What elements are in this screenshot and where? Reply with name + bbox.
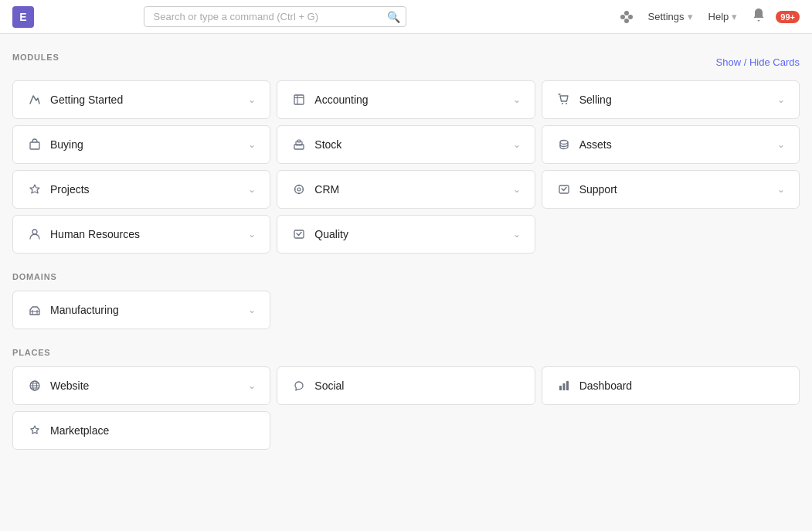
assets-label: Assets bbox=[579, 138, 612, 151]
human-resources-chevron-icon: ⌄ bbox=[248, 229, 256, 240]
manufacturing-icon bbox=[27, 304, 42, 316]
notification-button[interactable] bbox=[748, 4, 770, 29]
accounting-label: Accounting bbox=[314, 94, 368, 106]
domain-card-manufacturing[interactable]: Manufacturing ⌄ bbox=[12, 291, 270, 329]
manufacturing-chevron-icon: ⌄ bbox=[248, 305, 256, 315]
app-icon[interactable]: E bbox=[12, 6, 34, 28]
module-card-selling[interactable]: Selling ⌄ bbox=[542, 80, 800, 119]
accounting-chevron-icon: ⌄ bbox=[513, 94, 521, 105]
getting-started-icon bbox=[27, 94, 42, 106]
svg-point-16 bbox=[297, 188, 301, 191]
dashboard-icon bbox=[556, 380, 572, 392]
selling-icon bbox=[556, 94, 572, 106]
human-resources-icon bbox=[27, 228, 42, 240]
stock-chevron-icon: ⌄ bbox=[513, 139, 521, 150]
svg-point-15 bbox=[295, 186, 304, 194]
module-card-human-resources[interactable]: Human Resources ⌄ bbox=[12, 215, 270, 254]
website-chevron-icon: ⌄ bbox=[248, 380, 256, 391]
module-card-crm[interactable]: CRM ⌄ bbox=[277, 170, 535, 209]
search-input[interactable] bbox=[144, 6, 406, 27]
nav-right: Settings ▾ Help ▾ 99+ bbox=[616, 4, 800, 29]
search-icon[interactable]: 🔍 bbox=[387, 11, 400, 23]
help-button[interactable]: Help ▾ bbox=[704, 8, 742, 26]
website-label: Website bbox=[50, 380, 89, 392]
dashboard-label: Dashboard bbox=[579, 380, 633, 392]
module-card-projects[interactable]: Projects ⌄ bbox=[12, 170, 270, 209]
module-card-assets[interactable]: Assets ⌄ bbox=[542, 125, 800, 164]
help-chevron-icon: ▾ bbox=[732, 11, 737, 22]
settings-chevron-icon: ▾ bbox=[688, 11, 693, 22]
place-card-website[interactable]: Website ⌄ bbox=[12, 366, 270, 405]
place-card-social[interactable]: Social bbox=[277, 366, 535, 405]
svg-point-2 bbox=[628, 15, 633, 19]
crm-label: CRM bbox=[314, 183, 339, 196]
svg-rect-33 bbox=[562, 383, 565, 390]
stock-icon bbox=[291, 138, 307, 151]
settings-button[interactable]: Settings ▾ bbox=[644, 8, 698, 26]
buying-icon bbox=[27, 138, 42, 151]
crm-chevron-icon: ⌄ bbox=[513, 184, 521, 195]
buying-label: Buying bbox=[50, 138, 83, 151]
stock-label: Stock bbox=[314, 138, 341, 151]
place-card-marketplace[interactable]: Marketplace bbox=[12, 411, 270, 450]
module-card-stock[interactable]: Stock ⌄ bbox=[277, 125, 535, 164]
projects-icon bbox=[27, 183, 42, 196]
svg-point-3 bbox=[624, 19, 629, 23]
svg-rect-34 bbox=[566, 381, 569, 390]
search-bar: 🔍 bbox=[144, 6, 406, 27]
module-card-accounting[interactable]: Accounting ⌄ bbox=[277, 80, 535, 119]
main-content: MODULES Show / Hide Cards Getting Starte… bbox=[0, 34, 812, 468]
getting-started-label: Getting Started bbox=[50, 94, 123, 106]
social-icon bbox=[291, 380, 307, 392]
svg-point-8 bbox=[562, 103, 563, 104]
svg-rect-10 bbox=[30, 142, 39, 149]
marketplace-icon bbox=[27, 424, 42, 437]
assets-chevron-icon: ⌄ bbox=[777, 139, 785, 150]
support-label: Support bbox=[579, 183, 617, 196]
quality-label: Quality bbox=[314, 228, 348, 240]
svg-point-14 bbox=[560, 141, 568, 145]
quality-icon bbox=[291, 228, 307, 240]
svg-point-22 bbox=[32, 230, 37, 234]
website-icon bbox=[27, 380, 42, 392]
buying-chevron-icon: ⌄ bbox=[248, 139, 256, 150]
modules-grid: Getting Started ⌄ Accounting ⌄ Selling ⌄ bbox=[12, 80, 800, 254]
notification-badge: 99+ bbox=[776, 11, 800, 23]
projects-chevron-icon: ⌄ bbox=[248, 184, 256, 195]
svg-point-9 bbox=[566, 103, 567, 104]
odoo-logo-icon bbox=[616, 6, 637, 28]
accounting-icon bbox=[291, 94, 307, 106]
assets-icon bbox=[556, 138, 572, 151]
crm-icon bbox=[291, 183, 307, 196]
projects-label: Projects bbox=[50, 183, 90, 196]
module-card-buying[interactable]: Buying ⌄ bbox=[12, 125, 270, 164]
module-card-getting-started[interactable]: Getting Started ⌄ bbox=[12, 80, 270, 119]
domains-label: DOMAINS bbox=[12, 272, 800, 281]
manufacturing-label: Manufacturing bbox=[50, 304, 119, 316]
quality-chevron-icon: ⌄ bbox=[513, 229, 521, 240]
places-label: PLACES bbox=[12, 348, 800, 357]
place-card-dashboard[interactable]: Dashboard bbox=[542, 366, 800, 405]
show-hide-cards-link[interactable]: Show / Hide Cards bbox=[716, 56, 800, 68]
svg-rect-5 bbox=[294, 95, 304, 104]
svg-point-0 bbox=[620, 15, 625, 19]
svg-rect-32 bbox=[559, 386, 562, 390]
svg-point-1 bbox=[624, 11, 629, 15]
places-grid: Website ⌄ Social Dashboard bbox=[12, 366, 800, 450]
modules-label: MODULES bbox=[12, 53, 59, 62]
selling-label: Selling bbox=[579, 94, 612, 106]
marketplace-label: Marketplace bbox=[50, 424, 109, 437]
modules-section-header: MODULES Show / Hide Cards bbox=[12, 53, 800, 71]
module-card-quality[interactable]: Quality ⌄ bbox=[277, 215, 535, 254]
getting-started-chevron-icon: ⌄ bbox=[248, 94, 256, 105]
human-resources-label: Human Resources bbox=[50, 228, 140, 240]
selling-chevron-icon: ⌄ bbox=[777, 94, 785, 105]
support-chevron-icon: ⌄ bbox=[777, 184, 785, 195]
domains-grid: Manufacturing ⌄ bbox=[12, 291, 800, 329]
social-label: Social bbox=[314, 380, 344, 392]
module-card-support[interactable]: Support ⌄ bbox=[542, 170, 800, 209]
top-navigation: E 🔍 Settings ▾ Help ▾ bbox=[0, 0, 812, 34]
support-icon bbox=[556, 183, 572, 196]
